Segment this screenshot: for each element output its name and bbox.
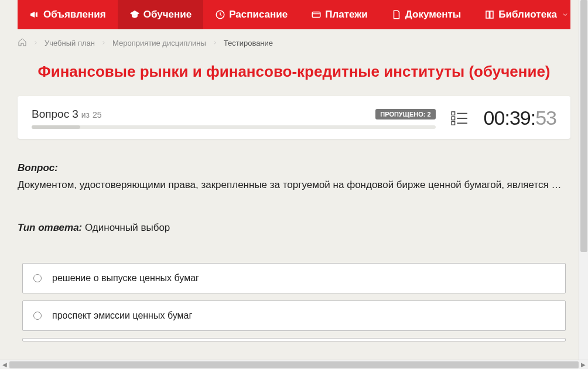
card-icon	[311, 9, 322, 20]
page-title: Финансовые рынки и финансово-кредитные и…	[18, 63, 570, 81]
svg-rect-7	[452, 121, 455, 125]
question-counter: Вопрос 3 из 25	[32, 108, 102, 121]
answers-list: решение о выпуске ценных бумаг проспект …	[18, 263, 570, 341]
chevron-down-icon	[562, 11, 569, 18]
nav-label: Платежи	[325, 9, 368, 20]
skipped-badge: ПРОПУЩЕНО: 2	[375, 109, 435, 119]
nav-schedule[interactable]: Расписание	[203, 0, 299, 29]
progress-panel: Вопрос 3 из 25 ПРОПУЩЕНО: 2	[18, 96, 570, 139]
graduation-cap-icon	[129, 9, 140, 20]
breadcrumb: Учебный план Мероприятие дисциплины Тест…	[18, 29, 570, 57]
breadcrumb-link[interactable]: Мероприятие дисциплины	[112, 39, 206, 47]
svg-rect-1	[312, 12, 320, 18]
home-icon[interactable]	[18, 37, 27, 49]
progress-fill	[32, 125, 80, 129]
horizontal-scrollbar[interactable]: ◀ ▶	[0, 360, 588, 369]
nav-announcements[interactable]: Объявления	[18, 0, 118, 29]
breadcrumb-current: Тестирование	[224, 39, 273, 47]
nav-documents[interactable]: Документы	[380, 0, 473, 29]
radio-icon	[33, 312, 42, 320]
nav-learning[interactable]: Обучение	[118, 0, 203, 29]
nav-payments[interactable]: Платежи	[299, 0, 380, 29]
answer-text: решение о выпуске ценных бумаг	[52, 273, 199, 283]
nav-label: Объявления	[43, 9, 106, 20]
answer-option[interactable]: проспект эмиссии ценных бумаг	[22, 300, 566, 331]
progress-bar	[32, 125, 436, 129]
chevron-right-icon	[101, 39, 107, 47]
question-label: Вопрос:	[18, 162, 570, 174]
nav-label: Обучение	[143, 9, 192, 20]
answer-option[interactable]: решение о выпуске ценных бумаг	[22, 263, 566, 293]
chevron-right-icon	[212, 39, 218, 47]
answer-option[interactable]	[22, 338, 566, 341]
svg-rect-5	[452, 117, 455, 120]
document-icon	[391, 9, 402, 20]
answer-type: Тип ответа: Одиночный выбор	[18, 222, 570, 234]
svg-rect-3	[452, 111, 455, 115]
question-text: Документом, удостоверяющими права, закре…	[18, 177, 570, 193]
clock-icon	[215, 9, 225, 20]
nav-label: Документы	[405, 9, 461, 20]
answer-text: проспект эмиссии ценных бумаг	[52, 310, 192, 321]
question-list-button[interactable]	[450, 108, 470, 128]
book-icon	[484, 9, 495, 20]
nav-library[interactable]: Библиотека	[473, 0, 580, 29]
megaphone-icon	[29, 9, 40, 20]
nav-label: Расписание	[229, 9, 288, 20]
vertical-scrollbar[interactable]	[579, 0, 588, 360]
radio-icon	[33, 274, 42, 282]
main-nav: Объявления Обучение Расписание Платежи	[18, 0, 570, 29]
breadcrumb-link[interactable]: Учебный план	[45, 39, 95, 47]
chevron-right-icon	[33, 39, 39, 47]
nav-label: Библиотека	[498, 9, 557, 20]
timer: 00:39:53	[484, 107, 556, 129]
